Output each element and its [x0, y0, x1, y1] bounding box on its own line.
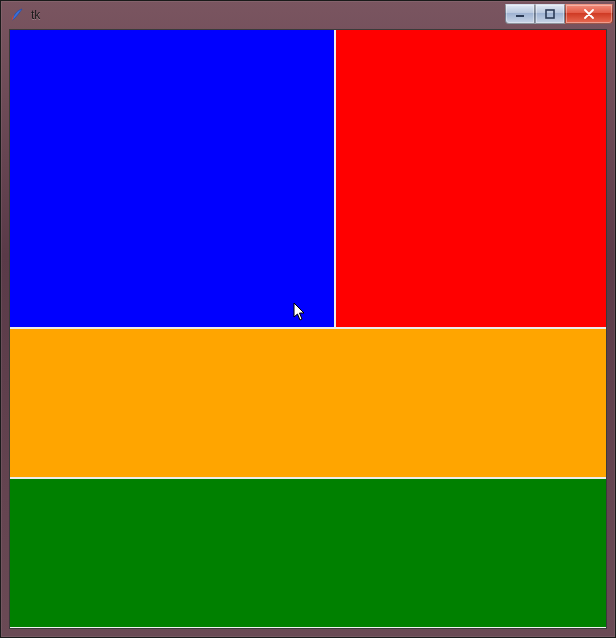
panel-row — [10, 30, 606, 327]
panel-row — [10, 329, 606, 477]
color-panel — [10, 30, 334, 327]
window-title: tk — [31, 1, 505, 29]
titlebar[interactable]: tk — [1, 1, 615, 29]
tk-feather-icon — [9, 7, 25, 23]
svg-rect-0 — [516, 15, 524, 17]
maximize-button[interactable] — [535, 4, 565, 24]
client-area — [9, 29, 607, 629]
window-controls — [505, 4, 613, 24]
panel-row — [10, 479, 606, 627]
svg-rect-1 — [546, 10, 554, 18]
color-panel — [10, 479, 606, 627]
color-panel — [336, 30, 606, 327]
app-window: tk — [0, 0, 616, 638]
minimize-button[interactable] — [505, 4, 535, 24]
color-panel — [10, 329, 606, 477]
close-button[interactable] — [565, 4, 613, 24]
